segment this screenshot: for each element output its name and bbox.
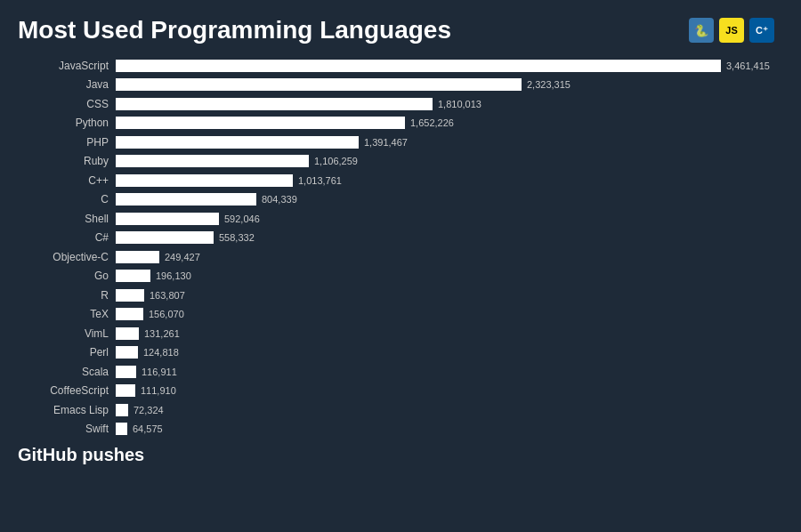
bar-track: 131,261 bbox=[116, 327, 774, 340]
bar-chart: JavaScript3,461,415Java2,323,315CSS1,810… bbox=[18, 57, 774, 438]
bar-row: Shell592,046 bbox=[18, 210, 774, 227]
bar-track: 163,807 bbox=[116, 289, 774, 302]
bar-label: C# bbox=[18, 231, 116, 244]
bar-value-label: 1,106,259 bbox=[314, 156, 358, 166]
bar-track: 804,339 bbox=[116, 193, 774, 206]
bar-label: Shell bbox=[18, 213, 116, 225]
bar-fill bbox=[116, 193, 256, 206]
bar-value-label: 558,332 bbox=[219, 232, 255, 243]
bar-track: 592,046 bbox=[116, 213, 774, 225]
bar-row: C#558,332 bbox=[18, 230, 774, 246]
bar-value-label: 156,070 bbox=[149, 309, 184, 319]
chart-footer: GitHub pushes bbox=[18, 445, 774, 465]
bar-value-label: 116,911 bbox=[142, 367, 177, 377]
bar-row: R163,807 bbox=[18, 286, 774, 303]
bar-fill bbox=[116, 117, 405, 129]
bar-row: Python1,652,226 bbox=[18, 115, 774, 132]
js-icon: JS bbox=[719, 18, 744, 43]
bar-label: Python bbox=[18, 117, 116, 129]
bar-label: PHP bbox=[18, 136, 116, 149]
bar-track: 1,013,761 bbox=[116, 174, 774, 187]
bar-value-label: 111,910 bbox=[141, 385, 176, 396]
bar-value-label: 131,261 bbox=[144, 328, 180, 339]
language-icons: 🐍 JS C⁺ bbox=[689, 18, 774, 43]
bar-fill bbox=[116, 174, 293, 187]
bar-label: C bbox=[18, 193, 116, 206]
bar-fill bbox=[116, 155, 309, 167]
bar-row: C++1,013,761 bbox=[18, 172, 774, 189]
bar-value-label: 249,427 bbox=[165, 252, 200, 262]
bar-track: 558,332 bbox=[116, 231, 774, 244]
bar-row: VimL131,261 bbox=[18, 325, 774, 342]
footer-label: GitHub pushes bbox=[18, 445, 144, 464]
bar-fill bbox=[116, 327, 139, 340]
chart-title: Most Used Programming Languages bbox=[18, 16, 451, 44]
bar-label: R bbox=[18, 289, 116, 302]
bar-fill bbox=[116, 404, 128, 416]
bar-label: Emacs Lisp bbox=[18, 404, 116, 416]
bar-label: JavaScript bbox=[18, 60, 116, 72]
bar-fill bbox=[116, 98, 433, 110]
bar-track: 1,391,467 bbox=[116, 136, 774, 149]
bar-fill bbox=[116, 308, 143, 320]
bar-value-label: 1,810,013 bbox=[438, 99, 481, 109]
bar-row: Emacs Lisp72,324 bbox=[18, 401, 774, 418]
bar-row: Scala116,911 bbox=[18, 363, 774, 380]
bar-track: 111,910 bbox=[116, 384, 774, 397]
bar-track: 2,323,315 bbox=[116, 78, 774, 91]
bar-fill bbox=[116, 270, 150, 282]
bar-value-label: 1,391,467 bbox=[364, 137, 408, 148]
bar-fill bbox=[116, 423, 127, 435]
chart-header: Most Used Programming Languages 🐍 JS C⁺ bbox=[18, 16, 774, 44]
bar-row: Go196,130 bbox=[18, 268, 774, 285]
bar-label: Go bbox=[18, 270, 116, 282]
bar-fill bbox=[116, 136, 359, 149]
bar-label: CSS bbox=[18, 98, 116, 110]
bar-value-label: 2,323,315 bbox=[527, 79, 570, 90]
bar-track: 1,106,259 bbox=[116, 155, 774, 167]
bar-track: 124,818 bbox=[116, 346, 774, 359]
bar-value-label: 804,339 bbox=[262, 194, 297, 205]
bar-fill bbox=[116, 384, 135, 397]
bar-fill bbox=[116, 251, 159, 263]
bar-row: Objective-C249,427 bbox=[18, 248, 774, 265]
bar-label: Java bbox=[18, 78, 116, 91]
bar-fill bbox=[116, 366, 136, 378]
bar-track: 1,810,013 bbox=[116, 98, 774, 110]
bar-row: Swift64,575 bbox=[18, 421, 774, 438]
bar-track: 156,070 bbox=[116, 308, 774, 320]
bar-label: Swift bbox=[18, 423, 116, 435]
bar-value-label: 3,461,415 bbox=[726, 60, 770, 71]
bar-fill bbox=[116, 78, 522, 91]
bar-fill bbox=[116, 289, 144, 302]
bar-value-label: 163,807 bbox=[150, 290, 185, 301]
bar-track: 3,461,415 bbox=[116, 60, 774, 72]
bar-fill bbox=[116, 213, 219, 225]
bar-fill bbox=[116, 346, 138, 359]
bar-fill bbox=[116, 231, 214, 244]
bar-track: 64,575 bbox=[116, 423, 774, 435]
bar-row: Perl124,818 bbox=[18, 344, 774, 361]
bar-value-label: 72,324 bbox=[134, 405, 164, 415]
bar-value-label: 64,575 bbox=[133, 423, 163, 434]
bar-value-label: 196,130 bbox=[156, 270, 191, 281]
main-container: Most Used Programming Languages 🐍 JS C⁺ … bbox=[0, 0, 801, 532]
bar-label: Scala bbox=[18, 366, 116, 378]
bar-row: JavaScript3,461,415 bbox=[18, 57, 774, 74]
bar-row: CoffeeScript111,910 bbox=[18, 383, 774, 399]
bar-row: Java2,323,315 bbox=[18, 77, 774, 93]
bar-value-label: 1,013,761 bbox=[298, 175, 342, 186]
bar-row: TeX156,070 bbox=[18, 306, 774, 323]
bar-value-label: 592,046 bbox=[224, 214, 260, 224]
bar-value-label: 1,652,226 bbox=[410, 117, 454, 128]
bar-row: Ruby1,106,259 bbox=[18, 153, 774, 170]
bar-label: Objective-C bbox=[18, 251, 116, 263]
bar-value-label: 124,818 bbox=[143, 347, 179, 358]
bar-row: CSS1,810,013 bbox=[18, 95, 774, 112]
bar-label: Ruby bbox=[18, 155, 116, 167]
bar-fill bbox=[116, 60, 721, 72]
bar-label: CoffeeScript bbox=[18, 384, 116, 397]
bar-track: 1,652,226 bbox=[116, 117, 774, 129]
bar-label: VimL bbox=[18, 327, 116, 340]
bar-track: 72,324 bbox=[116, 404, 774, 416]
